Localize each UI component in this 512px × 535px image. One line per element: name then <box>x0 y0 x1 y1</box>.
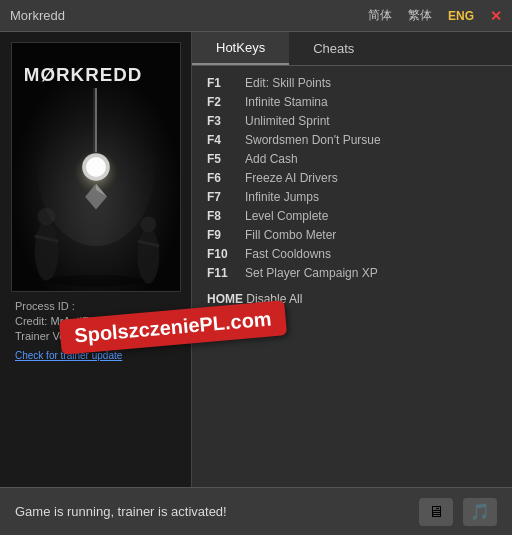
hotkey-desc-f5: Add Cash <box>245 152 298 166</box>
hotkey-key-f4: F4 <box>207 133 245 147</box>
hotkey-f2: F2 Infinite Stamina <box>207 95 497 109</box>
hotkey-f8: F8 Level Complete <box>207 209 497 223</box>
language-buttons: 简体 繁体 ENG ✕ <box>364 5 502 26</box>
svg-point-17 <box>36 88 155 246</box>
hotkey-key-f6: F6 <box>207 171 245 185</box>
right-panel: HotKeys Cheats F1 Edit: Skill Points F2 … <box>192 32 512 487</box>
hotkey-desc-f6: Freeze AI Drivers <box>245 171 338 185</box>
hotkey-key-f11: F11 <box>207 266 245 280</box>
hotkey-desc-f10: Fast Cooldowns <box>245 247 331 261</box>
hotkey-f4: F4 Swordsmen Don't Pursue <box>207 133 497 147</box>
lang-traditional-btn[interactable]: 繁体 <box>404 5 436 26</box>
tabs-bar: HotKeys Cheats <box>192 32 512 66</box>
svg-text:MØRKREDD: MØRKREDD <box>23 64 141 85</box>
status-message: Game is running, trainer is activated! <box>15 504 227 519</box>
credit-label: Credit: <box>15 315 47 327</box>
lang-simple-btn[interactable]: 简体 <box>364 5 396 26</box>
tab-hotkeys[interactable]: HotKeys <box>192 32 289 65</box>
hotkey-f1: F1 Edit: Skill Points <box>207 76 497 90</box>
hotkey-desc-f4: Swordsmen Don't Pursue <box>245 133 381 147</box>
main-area: MØRKREDD <box>0 32 512 487</box>
hotkey-f11: F11 Set Player Campaign XP <box>207 266 497 280</box>
status-bar: Game is running, trainer is activated! 🖥… <box>0 487 512 535</box>
title-bar: Morkredd 简体 繁体 ENG ✕ <box>0 0 512 32</box>
hotkey-key-f8: F8 <box>207 209 245 223</box>
hotkey-key-f10: F10 <box>207 247 245 261</box>
lang-eng-btn[interactable]: ENG <box>444 7 478 25</box>
hotkey-desc-f11: Set Player Campaign XP <box>245 266 378 280</box>
hotkey-key-f9: F9 <box>207 228 245 242</box>
hotkey-key-f7: F7 <box>207 190 245 204</box>
hotkeys-list: F1 Edit: Skill Points F2 Infinite Stamin… <box>192 66 512 487</box>
hotkey-desc-f2: Infinite Stamina <box>245 95 328 109</box>
hotkey-key-f1: F1 <box>207 76 245 90</box>
tab-cheats[interactable]: Cheats <box>289 32 378 65</box>
svg-point-16 <box>46 275 145 287</box>
svg-point-14 <box>140 216 156 232</box>
game-image: MØRKREDD <box>11 42 181 292</box>
hotkey-desc-f1: Edit: Skill Points <box>245 76 331 90</box>
game-scene-svg: MØRKREDD <box>12 43 180 291</box>
status-icons: 🖥 🎵 <box>419 498 497 526</box>
hotkey-f9: F9 Fill Combo Meter <box>207 228 497 242</box>
hotkey-key-f5: F5 <box>207 152 245 166</box>
hotkey-desc-f3: Unlimited Sprint <box>245 114 330 128</box>
hotkey-f7: F7 Infinite Jumps <box>207 190 497 204</box>
music-icon[interactable]: 🎵 <box>463 498 497 526</box>
hotkey-f6: F6 Freeze AI Drivers <box>207 171 497 185</box>
hotkey-key-f3: F3 <box>207 114 245 128</box>
hotkey-f10: F10 Fast Cooldowns <box>207 247 497 261</box>
hotkey-key-f2: F2 <box>207 95 245 109</box>
svg-point-10 <box>34 221 58 280</box>
hotkey-f3: F3 Unlimited Sprint <box>207 114 497 128</box>
svg-point-13 <box>137 228 159 283</box>
hotkey-desc-f7: Infinite Jumps <box>245 190 319 204</box>
left-panel: MØRKREDD <box>0 32 192 487</box>
close-button[interactable]: ✕ <box>490 8 502 24</box>
process-id-label: Process ID : <box>15 300 75 312</box>
process-id-line: Process ID : <box>15 300 176 312</box>
window-title: Morkredd <box>10 8 364 23</box>
hotkey-desc-f9: Fill Combo Meter <box>245 228 336 242</box>
hotkey-desc-f8: Level Complete <box>245 209 328 223</box>
monitor-icon[interactable]: 🖥 <box>419 498 453 526</box>
hotkey-f5: F5 Add Cash <box>207 152 497 166</box>
